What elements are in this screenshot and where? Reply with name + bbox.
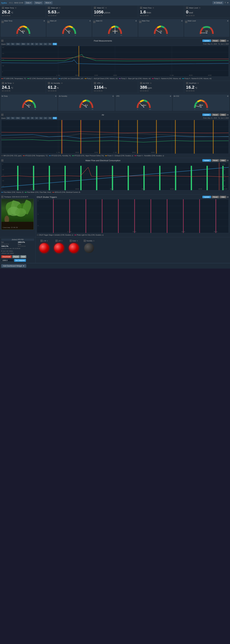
fluid-update-btn[interactable]: Update <box>202 40 211 42</box>
dslr-reset-btn[interactable]: Reset <box>212 196 219 198</box>
dslr-gear-btn[interactable]: ⚙ <box>227 196 229 198</box>
air-hide-btn[interactable]: Hide <box>220 114 226 116</box>
zoom-1h[interactable]: 1h <box>26 43 30 45</box>
extst-gear[interactable]: ⚙ <box>77 240 78 242</box>
gauge-wt-gear[interactable]: ⚙ <box>44 20 45 23</box>
air-humidity-gear[interactable]: ⚙ <box>61 82 63 84</box>
fluid-hide-btn[interactable]: Hide <box>220 40 226 42</box>
indicator-extst: Extst ⚙ <box>69 240 79 253</box>
svg-text:2. Jun: 2. Jun <box>31 188 35 190</box>
zoom-15m[interactable]: 15m <box>16 43 20 45</box>
water-ec-gear[interactable]: ⚙ <box>105 7 107 9</box>
gauge-wl-drag[interactable] <box>185 21 187 23</box>
zoom-30m[interactable]: 30m <box>21 43 26 45</box>
co2-drag[interactable] <box>140 82 142 84</box>
help-icon[interactable]: ? <box>224 2 226 4</box>
water-temp-drag[interactable] <box>2 7 4 9</box>
gauge-wt-drag[interactable] <box>2 21 4 23</box>
pid-deactivate-btn[interactable]: Deactivate <box>1 255 12 258</box>
gauge-wf-gear[interactable]: ⚙ <box>181 20 183 23</box>
lw-gear[interactable]: ⚙ <box>47 240 48 242</box>
pid-set-button[interactable]: Set Setpoint <box>14 259 26 262</box>
air-reset-btn[interactable]: Reset <box>212 114 219 116</box>
air-update-btn[interactable]: Update <box>202 114 211 116</box>
zoom-3m[interactable]: 3m <box>48 43 52 45</box>
pid-pause-btn[interactable]: Pause <box>12 255 20 258</box>
gauge-at-gear[interactable]: ⚙ <box>55 95 57 97</box>
gauge-wph-gear[interactable]: ⚙ <box>89 20 91 23</box>
zoom-1w[interactable]: 1w <box>39 43 43 45</box>
air-zoom-6h[interactable]: 6h <box>31 117 34 119</box>
hum-gear[interactable]: ⚙ <box>93 240 94 242</box>
air-hum-drag[interactable] <box>48 82 50 84</box>
water-level-drag[interactable] <box>186 7 188 9</box>
dewpoint-gear[interactable]: ⚙ <box>197 82 199 84</box>
setup-menu[interactable]: Setup ▾ <box>34 1 43 4</box>
fluid-reset-btn[interactable]: Reset <box>212 40 219 42</box>
zoom-1mo[interactable]: 1m <box>43 43 47 45</box>
co2-gear[interactable]: ⚙ <box>150 82 152 84</box>
zoom-1m[interactable]: 1m <box>6 43 10 45</box>
more-menu[interactable]: More ▾ <box>44 1 53 4</box>
gauge-wec-gear[interactable]: ⚙ <box>135 20 137 23</box>
air-temp-gear[interactable]: ⚙ <box>13 82 14 84</box>
wf-hide-btn[interactable]: Hide <box>220 159 226 162</box>
gauge-ah-gear[interactable]: ⚙ <box>112 95 114 97</box>
water-temp-gear[interactable]: ⚙ <box>15 7 17 9</box>
dslr-hide-btn[interactable]: Hide <box>220 196 226 198</box>
air-zoom-full[interactable]: Full <box>53 117 57 119</box>
gauge-vpd-svg: 1,164.1 Pa 0 3000 <box>134 98 153 110</box>
dslr-update-btn[interactable]: Update <box>202 196 211 198</box>
gauge-vpd-gear[interactable]: ⚙ <box>170 95 171 97</box>
timelapse-drag[interactable] <box>1 196 4 198</box>
pid-setpoint-input[interactable] <box>1 259 14 262</box>
vpd-gear[interactable]: ⚙ <box>101 82 103 84</box>
lr-gear[interactable]: ⚙ <box>61 240 63 242</box>
zoom-full[interactable]: Full <box>53 43 57 45</box>
air-zoom-15m[interactable]: 15m <box>16 117 20 119</box>
gauge-wph-drag[interactable] <box>47 21 50 23</box>
air-zoom-1w[interactable]: 1w <box>39 117 43 119</box>
air-zoom-1h[interactable]: 1h <box>26 117 30 119</box>
air-zoom-1mo[interactable]: 1m <box>43 117 47 119</box>
default-btn[interactable]: ⚙ Default <box>212 1 223 4</box>
water-ph-drag[interactable] <box>48 7 50 9</box>
wf-update-btn[interactable]: Update <box>202 159 211 162</box>
gauge-co2-gear[interactable]: ⚙ <box>227 95 228 97</box>
extst-drag[interactable] <box>70 240 72 242</box>
water-ec-drag[interactable] <box>94 7 96 9</box>
lr-drag[interactable] <box>55 240 58 242</box>
wf-chart-drag[interactable] <box>1 159 4 162</box>
gauge-wf-drag[interactable] <box>139 21 141 23</box>
air-zoom-5m[interactable]: 5m <box>11 117 15 119</box>
dew-drag[interactable] <box>186 82 188 84</box>
data-menu[interactable]: Data ▾ <box>24 1 33 4</box>
gauge-wl-gear[interactable]: ⚙ <box>227 20 228 23</box>
water-flow-drag[interactable] <box>140 7 142 9</box>
nav-icon[interactable]: ▼ <box>227 2 229 4</box>
fluid-gear-btn[interactable]: ⚙ <box>227 40 229 42</box>
wf-gear-btn[interactable]: ⚙ <box>227 159 229 162</box>
lw-drag[interactable] <box>41 240 43 242</box>
svg-text:06:00: 06:00 <box>189 74 192 76</box>
air-zoom-3m[interactable]: 3m <box>48 117 52 119</box>
air-gear-btn[interactable]: ⚙ <box>227 114 229 116</box>
gauge-wec-drag[interactable] <box>93 21 95 23</box>
water-ph-gear[interactable]: ⚙ <box>59 7 61 9</box>
air-temp-drag[interactable] <box>2 82 4 84</box>
air-zoom-1m[interactable]: 1m <box>6 117 10 119</box>
hum-drag[interactable] <box>84 240 86 242</box>
air-chart-drag[interactable] <box>1 114 4 116</box>
water-level-gear[interactable]: ⚙ <box>199 7 200 9</box>
zoom-1d[interactable]: 1d <box>35 43 38 45</box>
zoom-5m[interactable]: 5m <box>11 43 15 45</box>
fluid-chart-drag[interactable] <box>1 40 4 42</box>
zoom-6h[interactable]: 6h <box>31 43 34 45</box>
air-zoom-1d[interactable]: 1d <box>35 117 38 119</box>
wf-reset-btn[interactable]: Reset <box>212 159 219 162</box>
air-zoom-30m[interactable]: 30m <box>21 117 26 119</box>
pid-hold-btn[interactable]: Hold <box>20 255 26 258</box>
water-flow-gear[interactable]: ⚙ <box>152 7 154 9</box>
add-widget-btn[interactable]: Add Dashboard Widget ▼ <box>1 264 26 268</box>
vpd-drag[interactable] <box>94 82 96 84</box>
